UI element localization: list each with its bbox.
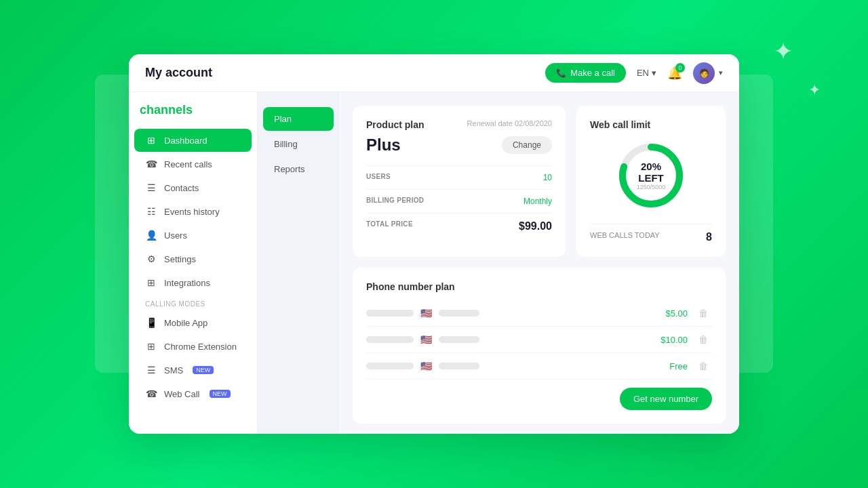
sidebar: channels ⊞ Dashboard ☎ Recent calls ☰ Co…	[129, 92, 258, 434]
web-calls-value: 8	[706, 231, 712, 243]
phone-number-value-placeholder	[439, 336, 479, 343]
settings-icon: ⚙	[145, 253, 157, 264]
phone-number-placeholder	[366, 336, 414, 343]
sidebar-item-mobile-app[interactable]: 📱 Mobile App	[134, 311, 252, 334]
integrations-icon: ⊞	[145, 277, 157, 288]
avatar: 🧑	[693, 62, 715, 84]
sidebar-item-sms[interactable]: ☰ SMS NEW	[134, 359, 252, 382]
tab-reports[interactable]: Reports	[263, 157, 334, 181]
notifications-button[interactable]: 🔔 0	[667, 66, 682, 81]
phone-price-3: Free	[669, 361, 688, 371]
phone-plan-title: Phone number plan	[366, 281, 712, 292]
plan-billing-row: BILLING PERIOD Monthly	[366, 189, 552, 213]
calling-modes-label: Calling modes	[129, 295, 257, 310]
star-decoration-2: ✦	[808, 81, 821, 99]
phone-number-row-1: 🇺🇸 $5.00 🗑	[366, 300, 712, 327]
donut-chart-container: 20% LEFT 1250/5000	[590, 138, 712, 213]
sidebar-item-label: Contacts	[164, 183, 199, 193]
sidebar-item-recent-calls[interactable]: ☎ Recent calls	[134, 152, 252, 176]
sidebar-item-label: Dashboard	[164, 136, 208, 146]
plan-name: Plus	[366, 136, 401, 155]
topbar: My account 📞 Make a call EN ▾ 🔔 0 🧑 ▾	[129, 54, 739, 92]
web-call-limit-title: Web call limit	[590, 119, 712, 130]
delete-number-button-1[interactable]: 🗑	[694, 306, 712, 320]
chevron-down-icon: ▾	[652, 68, 656, 78]
donut-chart: 20% LEFT 1250/5000	[614, 138, 688, 213]
phone-number-row-3: 🇺🇸 Free 🗑	[366, 353, 712, 380]
donut-usage: 1250/5000	[633, 184, 670, 190]
user-menu[interactable]: 🧑 ▾	[693, 62, 723, 84]
sidebar-item-chrome-extension[interactable]: ⊞ Chrome Extension	[134, 335, 252, 358]
product-plan-card: Product plan Renewal date 02/08/2020 Plu…	[353, 106, 566, 257]
mobile-icon: 📱	[145, 317, 157, 328]
flag-icon: 🇺🇸	[420, 361, 432, 371]
star-decoration-1: ✦	[773, 37, 793, 66]
sidebar-item-contacts[interactable]: ☰ Contacts	[134, 176, 252, 199]
plan-name-row: Plus Change	[366, 136, 552, 155]
contacts-icon: ☰	[145, 182, 157, 193]
language-selector[interactable]: EN ▾	[637, 68, 656, 78]
web-call-limit-card: Web call limit 20% LEFT	[576, 106, 726, 257]
tab-billing[interactable]: Billing	[263, 132, 334, 156]
phone-number-value-placeholder	[439, 363, 479, 369]
donut-percent: 20% LEFT	[633, 161, 670, 184]
main-content: Product plan Renewal date 02/08/2020 Plu…	[339, 92, 739, 434]
events-icon: ☷	[145, 206, 157, 217]
web-calls-label: WEB CALLS TODAY	[590, 231, 660, 243]
product-plan-title: Product plan	[366, 119, 425, 130]
page-title: My account	[145, 66, 545, 80]
plan-price-row: TOTAL PRICE $99.00	[366, 213, 552, 239]
phone-number-row-2: 🇺🇸 $10.00 🗑	[366, 327, 712, 353]
sms-icon: ☰	[145, 365, 157, 375]
phone-number-placeholder	[366, 310, 414, 317]
body-area: channels ⊞ Dashboard ☎ Recent calls ☰ Co…	[129, 92, 739, 434]
sidebar-item-label: Mobile App	[164, 318, 208, 328]
phone-plan-card: Phone number plan 🇺🇸 $5.00 🗑 🇺🇸 $10.00	[353, 268, 726, 424]
phone-number-placeholder	[366, 363, 414, 369]
sidebar-item-dashboard[interactable]: ⊞ Dashboard	[134, 129, 252, 152]
make-call-button[interactable]: 📞 Make a call	[545, 63, 626, 83]
notification-badge: 0	[675, 63, 685, 73]
sidebar-item-label: Users	[164, 230, 187, 241]
sidebar-item-label: Settings	[164, 254, 196, 264]
renewal-date: Renewal date 02/08/2020	[467, 119, 552, 127]
sidebar-item-settings[interactable]: ⚙ Settings	[134, 247, 252, 270]
users-icon: 👤	[145, 230, 157, 241]
delete-number-button-2[interactable]: 🗑	[694, 333, 712, 346]
sidebar-item-label: Events history	[164, 207, 220, 217]
phone-price-2: $10.00	[660, 335, 688, 345]
top-cards-row: Product plan Renewal date 02/08/2020 Plu…	[353, 106, 726, 257]
get-new-number-button[interactable]: Get new number	[620, 388, 712, 410]
topbar-actions: 📞 Make a call EN ▾ 🔔 0 🧑 ▾	[545, 62, 723, 84]
phone-number-value-placeholder	[439, 310, 479, 317]
sidebar-item-label: Recent calls	[164, 159, 212, 169]
get-number-row: Get new number	[366, 388, 712, 410]
new-badge: NEW	[210, 390, 231, 398]
tab-plan[interactable]: Plan	[263, 107, 334, 131]
chevron-down-icon: ▾	[719, 68, 723, 77]
plan-users-row: USERS 10	[366, 165, 552, 189]
sub-nav: Plan Billing Reports	[258, 92, 339, 434]
sidebar-item-events-history[interactable]: ☷ Events history	[134, 200, 252, 223]
phone-price-1: $5.00	[665, 308, 688, 319]
sidebar-item-label: SMS	[164, 365, 183, 375]
sidebar-item-label: Integrations	[164, 278, 210, 288]
sidebar-item-web-call[interactable]: ☎ Web Call NEW	[134, 382, 252, 405]
app-logo: channels	[129, 103, 257, 128]
change-plan-button[interactable]: Change	[502, 136, 552, 154]
web-calls-today-row: WEB CALLS TODAY 8	[590, 224, 712, 243]
sidebar-item-label: Web Call	[164, 389, 200, 399]
content-area: Plan Billing Reports Product plan	[258, 92, 739, 434]
delete-number-button-3[interactable]: 🗑	[694, 359, 712, 373]
flag-icon: 🇺🇸	[420, 308, 432, 319]
phone-icon: 📞	[556, 68, 566, 78]
sidebar-item-label: Chrome Extension	[164, 342, 237, 352]
flag-icon: 🇺🇸	[420, 334, 432, 345]
main-window: My account 📞 Make a call EN ▾ 🔔 0 🧑 ▾	[129, 54, 739, 434]
dashboard-icon: ⊞	[145, 135, 157, 146]
new-badge: NEW	[193, 366, 214, 374]
sidebar-item-integrations[interactable]: ⊞ Integrations	[134, 271, 252, 294]
sidebar-item-users[interactable]: 👤 Users	[134, 224, 252, 247]
chrome-icon: ⊞	[145, 341, 157, 352]
phone-icon: ☎	[145, 159, 157, 169]
